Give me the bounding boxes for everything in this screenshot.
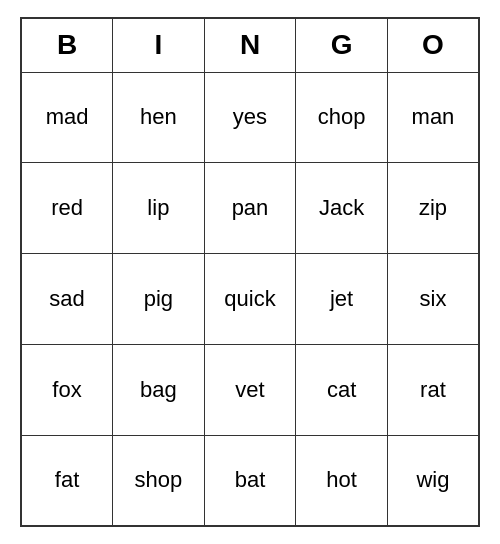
cell-r3-c2: vet xyxy=(204,344,296,435)
cell-r0-c2: yes xyxy=(204,72,296,163)
cell-r0-c0: mad xyxy=(21,72,113,163)
cell-r2-c4: six xyxy=(387,254,479,345)
header-row: BINGO xyxy=(21,18,479,72)
table-row: fatshopbathotwig xyxy=(21,435,479,526)
cell-r4-c4: wig xyxy=(387,435,479,526)
cell-r2-c3: jet xyxy=(296,254,388,345)
cell-r4-c1: shop xyxy=(113,435,205,526)
cell-r1-c0: red xyxy=(21,163,113,254)
cell-r1-c4: zip xyxy=(387,163,479,254)
bingo-card: BINGO madhenyeschopmanredlippanJackzipsa… xyxy=(20,17,480,527)
cell-r3-c1: bag xyxy=(113,344,205,435)
cell-r2-c0: sad xyxy=(21,254,113,345)
cell-r1-c1: lip xyxy=(113,163,205,254)
cell-r0-c4: man xyxy=(387,72,479,163)
cell-r1-c2: pan xyxy=(204,163,296,254)
cell-r3-c4: rat xyxy=(387,344,479,435)
cell-r3-c0: fox xyxy=(21,344,113,435)
cell-r2-c1: pig xyxy=(113,254,205,345)
cell-r0-c1: hen xyxy=(113,72,205,163)
header-cell-g: G xyxy=(296,18,388,72)
header-cell-b: B xyxy=(21,18,113,72)
table-row: sadpigquickjetsix xyxy=(21,254,479,345)
header-cell-i: I xyxy=(113,18,205,72)
cell-r2-c2: quick xyxy=(204,254,296,345)
cell-r3-c3: cat xyxy=(296,344,388,435)
header-cell-o: O xyxy=(387,18,479,72)
cell-r4-c0: fat xyxy=(21,435,113,526)
table-row: redlippanJackzip xyxy=(21,163,479,254)
cell-r4-c2: bat xyxy=(204,435,296,526)
cell-r4-c3: hot xyxy=(296,435,388,526)
table-row: madhenyeschopman xyxy=(21,72,479,163)
header-cell-n: N xyxy=(204,18,296,72)
cell-r1-c3: Jack xyxy=(296,163,388,254)
table-row: foxbagvetcatrat xyxy=(21,344,479,435)
cell-r0-c3: chop xyxy=(296,72,388,163)
